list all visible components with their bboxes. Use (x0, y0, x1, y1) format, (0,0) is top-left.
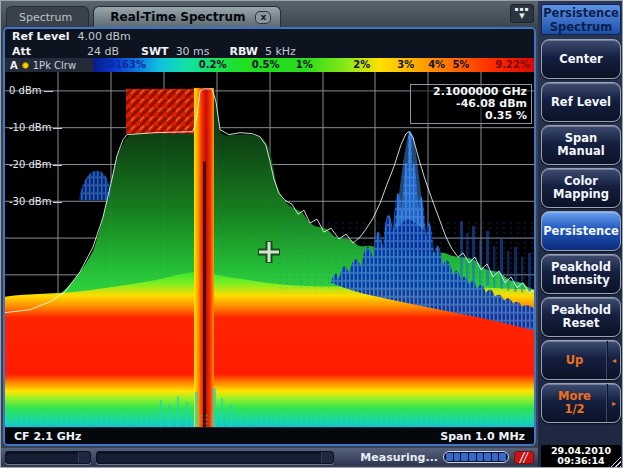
header-row-1: Ref Level 4.00 dBm (5, 29, 534, 44)
chevron-down-icon: ▼ (511, 12, 533, 20)
main-area: Spectrum Real-Time Spectrum x ▪▪▪ ▼ Ref … (1, 1, 538, 468)
colorbar-label: 0.5% (252, 59, 280, 70)
colorbar-label: 4% (428, 59, 445, 70)
arrow-right-icon: ▸ (607, 384, 620, 422)
ref-level-label: Ref Level (12, 30, 69, 43)
measurement-status: Measuring... (360, 451, 438, 464)
softkey-sidebar: Persistence Spectrum Center Ref Level Sp… (538, 1, 623, 468)
dots-icon: ▪▪▪ (511, 5, 533, 12)
arrow-left-icon: ◂ (607, 341, 620, 379)
softkey-ref-level[interactable]: Ref Level (541, 82, 621, 122)
tab-label: Real-Time Spectrum (110, 10, 245, 24)
time-value: 09:36:14 (541, 456, 621, 466)
colorbar-label: 1% (296, 59, 313, 70)
softkey-menu-title: Persistence Spectrum (541, 4, 621, 35)
analyzer-screen: Spectrum Real-Time Spectrum x ▪▪▪ ▼ Ref … (0, 0, 623, 468)
swt-value: 30 ms (176, 45, 210, 58)
colorbar-label: 0.2% (199, 59, 227, 70)
y-axis-label: 0 dBm (9, 85, 53, 96)
softkey-up[interactable]: Up ◂ (541, 340, 621, 380)
colorbar-label: 2% (353, 59, 370, 70)
softkey-peakhold-reset[interactable]: Peakhold Reset (541, 297, 621, 337)
tab-realtime-spectrum[interactable]: Real-Time Spectrum x (93, 6, 281, 27)
span-value: Span 1.0 MHz (440, 430, 525, 443)
tab-strip: Spectrum Real-Time Spectrum x ▪▪▪ ▼ (1, 1, 538, 27)
swt-label: SWT (141, 45, 169, 58)
att-value: 24 dB (87, 45, 119, 58)
trace-row: A 1Pk Clrw 0.0163% 0.2% 0.5% 1% 2% 3% 4%… (5, 58, 534, 72)
persistence-colorbar: 0.0163% 0.2% 0.5% 1% 2% 3% 4% 5% 9.22% (93, 58, 534, 72)
colorbar-label: 9.22% (495, 59, 530, 70)
header-row-2: Att 24 dB SWT 30 ms RBW 5 kHz (5, 44, 534, 58)
y-axis-label: -10 dBm (9, 122, 62, 133)
trace-mode: 1Pk Clrw (33, 60, 76, 71)
trace-tag[interactable]: A 1Pk Clrw (5, 58, 93, 72)
softkey-peakhold-intensity[interactable]: Peakhold Intensity (541, 254, 621, 294)
ref-level-value: 4.00 dBm (77, 30, 130, 43)
trace-channel: A (10, 60, 18, 71)
measurement-panel: Ref Level 4.00 dBm Att 24 dB SWT 30 ms R… (3, 27, 536, 446)
field-cap (321, 452, 333, 463)
frequency-footer: CF 2.1 GHz Span 1.0 MHz (5, 427, 534, 444)
softkey-color-mapping[interactable]: Color Mapping (541, 168, 621, 208)
close-icon[interactable]: x (255, 11, 271, 24)
tab-overflow-button[interactable]: ▪▪▪ ▼ (510, 4, 534, 23)
status-field-1[interactable] (5, 451, 91, 464)
tab-spectrum[interactable]: Spectrum (6, 6, 89, 27)
softkey-center[interactable]: Center (541, 39, 621, 79)
rbw-value: 5 kHz (265, 45, 296, 58)
colorbar-label: 5% (452, 59, 469, 70)
sweep-progress-bar (443, 451, 509, 463)
spectrum-display[interactable]: 0 dBm -10 dBm -20 dBm -30 dBm 2.1000000 … (5, 72, 534, 427)
persistence-spectrum-graphic (5, 72, 534, 427)
y-axis-label: -20 dBm (9, 159, 62, 170)
field-cap (78, 452, 90, 463)
softkey-persistence[interactable]: Persistence (541, 211, 621, 251)
center-frequency: CF 2.1 GHz (14, 430, 81, 443)
status-alert-icon (514, 451, 534, 464)
marker-readout: 2.1000000 GHz -46.08 dBm 0.35 % (410, 84, 532, 124)
softkey-span-manual[interactable]: Span Manual (541, 125, 621, 165)
trace-dot-icon (22, 62, 29, 69)
softkey-more[interactable]: More 1/2 ▸ (541, 383, 621, 423)
colorbar-label: 3% (397, 59, 414, 70)
marker-density: 0.35 % (415, 110, 527, 122)
datetime-display: 29.04.2010 09:36:14 (541, 445, 621, 467)
status-field-2[interactable] (96, 451, 334, 464)
att-label: Att (12, 45, 31, 58)
rbw-label: RBW (230, 45, 258, 58)
status-bar: Measuring... (1, 448, 538, 466)
colorbar-label: 0.0163% (97, 59, 146, 70)
y-axis-label: -30 dBm (9, 196, 62, 207)
